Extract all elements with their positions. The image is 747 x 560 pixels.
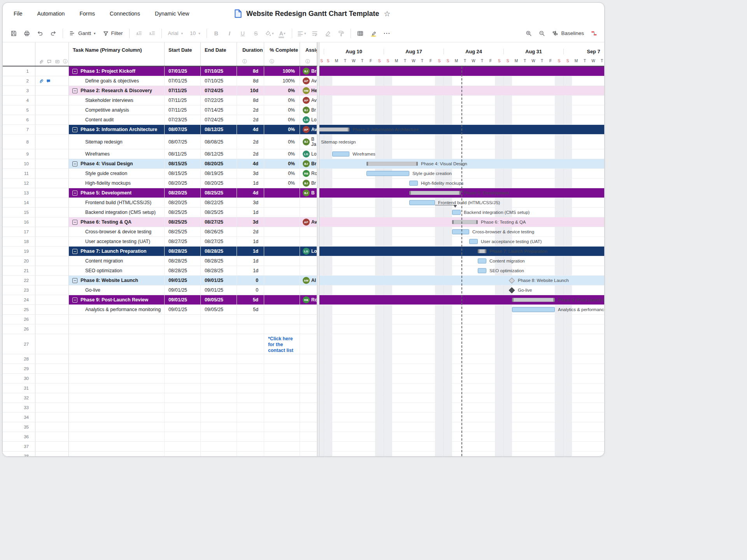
summary-bar[interactable] <box>452 220 478 224</box>
end-date-cell[interactable]: 08/08/25 <box>201 135 237 149</box>
start-date-cell[interactable]: 08/27/25 <box>165 237 201 247</box>
task-name-cell[interactable]: Content audit <box>69 115 165 125</box>
duration-cell[interactable]: 8d <box>237 96 264 105</box>
end-date-cell[interactable]: 08/28/25 <box>201 256 237 266</box>
assignee-cell[interactable] <box>300 452 317 456</box>
duration-cell[interactable]: 1d <box>237 237 264 247</box>
row-number[interactable]: 17 <box>3 227 35 237</box>
assignee-cell[interactable] <box>300 374 317 383</box>
clear-format-button[interactable] <box>322 27 334 40</box>
format-painter-button[interactable] <box>335 27 347 40</box>
start-date-cell[interactable] <box>165 364 201 374</box>
task-name-cell[interactable]: Define goals & objectives <box>69 76 165 86</box>
pct-cell[interactable] <box>264 266 300 276</box>
pct-cell[interactable]: 0% <box>264 159 300 169</box>
summary-bar[interactable] <box>512 298 555 302</box>
task-name-cell[interactable] <box>69 315 165 324</box>
summary-bar[interactable] <box>478 249 486 254</box>
pct-cell[interactable] <box>264 237 300 247</box>
duration-cell[interactable]: 5d <box>237 295 264 305</box>
assignee-cell[interactable] <box>300 227 317 237</box>
row-number[interactable]: 5 <box>3 105 35 115</box>
collapse-toggle[interactable]: – <box>72 127 77 132</box>
task-name-cell[interactable] <box>69 442 165 452</box>
assignee-cell[interactable] <box>300 334 317 354</box>
end-date-cell[interactable]: 08/25/25 <box>201 188 237 198</box>
row-number[interactable]: 25 <box>3 305 35 315</box>
assignee-cell[interactable]: HMHe <box>300 86 317 96</box>
end-date-cell[interactable] <box>201 442 237 452</box>
start-date-cell[interactable]: 09/01/25 <box>165 295 201 305</box>
pct-cell[interactable] <box>264 452 300 456</box>
task-name-cell[interactable]: –Phase 4: Visual Design <box>69 159 165 169</box>
comment-icon[interactable] <box>46 79 51 84</box>
row-number[interactable]: 10 <box>3 159 35 169</box>
row-number[interactable]: 3 <box>3 86 35 96</box>
task-name-cell[interactable]: –Phase 8: Website Launch <box>69 276 165 285</box>
task-name-cell[interactable]: Content migration <box>69 256 165 266</box>
duration-cell[interactable]: 2d <box>237 227 264 237</box>
end-date-cell[interactable]: 07/24/25 <box>201 115 237 125</box>
end-date-cell[interactable]: 09/05/25 <box>201 295 237 305</box>
save-button[interactable] <box>7 27 20 40</box>
pct-cell[interactable] <box>264 403 300 413</box>
column-header-task[interactable]: Task Name (Primary Column) <box>69 42 165 57</box>
duration-cell[interactable]: 3d <box>237 198 264 208</box>
end-date-cell[interactable]: 09/05/25 <box>201 305 237 315</box>
end-date-cell[interactable] <box>201 422 237 432</box>
duration-cell[interactable]: 4d <box>237 125 264 135</box>
start-date-cell[interactable] <box>165 315 201 324</box>
task-name-cell[interactable] <box>69 413 165 422</box>
duration-cell[interactable]: 4d <box>237 159 264 169</box>
pct-cell[interactable]: 0% <box>264 125 300 135</box>
collapse-toggle[interactable]: – <box>72 220 77 225</box>
task-name-cell[interactable]: High-fidelity mockups <box>69 178 165 188</box>
assignee-cell[interactable]: RBRo <box>300 169 317 178</box>
assignee-cell[interactable] <box>300 413 317 422</box>
duration-cell[interactable]: 2d <box>237 149 264 159</box>
end-date-cell[interactable] <box>201 383 237 393</box>
task-bar[interactable] <box>478 268 486 273</box>
pct-cell[interactable] <box>264 422 300 432</box>
filter-button[interactable]: Filter <box>100 27 126 40</box>
assignee-cell[interactable] <box>300 393 317 403</box>
italic-button[interactable]: I <box>223 27 236 40</box>
pct-cell[interactable]: 0% <box>264 96 300 105</box>
pct-cell[interactable] <box>264 442 300 452</box>
zoom-out-button[interactable] <box>536 27 548 40</box>
end-date-cell[interactable]: 07/24/25 <box>201 86 237 96</box>
task-name-cell[interactable] <box>69 393 165 403</box>
end-date-cell[interactable]: 08/28/25 <box>201 266 237 276</box>
duration-cell[interactable]: 8d <box>237 66 264 76</box>
task-bar[interactable] <box>469 239 478 244</box>
task-name-cell[interactable]: Competitive analysis <box>69 105 165 115</box>
assignee-cell[interactable]: BJBJa <box>300 135 317 149</box>
row-number[interactable]: 15 <box>3 208 35 217</box>
task-name-cell[interactable] <box>69 374 165 383</box>
pct-cell[interactable] <box>264 247 300 256</box>
collapse-toggle[interactable]: – <box>72 69 77 74</box>
assignee-cell[interactable]: BJBr <box>300 105 317 115</box>
pct-cell[interactable] <box>264 324 300 334</box>
duration-cell[interactable]: 1d <box>237 208 264 217</box>
highlight-button[interactable] <box>367 27 380 40</box>
start-date-cell[interactable]: 08/11/25 <box>165 149 201 159</box>
task-name-cell[interactable] <box>69 383 165 393</box>
menu-automation[interactable]: Automation <box>37 10 65 17</box>
start-date-cell[interactable]: 08/25/25 <box>165 227 201 237</box>
summary-bar[interactable] <box>366 162 418 166</box>
start-date-cell[interactable]: 08/20/25 <box>165 178 201 188</box>
duration-cell[interactable]: 3d <box>237 169 264 178</box>
duration-cell[interactable]: 1d <box>237 178 264 188</box>
row-number[interactable]: 8 <box>3 135 35 149</box>
start-date-cell[interactable] <box>165 393 201 403</box>
task-name-cell[interactable] <box>69 452 165 456</box>
start-date-cell[interactable]: 08/28/25 <box>165 256 201 266</box>
column-header-duration[interactable]: Duration <box>237 42 264 57</box>
pct-cell[interactable]: 0% <box>264 115 300 125</box>
start-date-cell[interactable]: 09/01/25 <box>165 285 201 295</box>
contact-list-link[interactable]: *Click here for the contact list <box>264 334 300 354</box>
assignee-cell[interactable]: APAv <box>300 217 317 227</box>
duration-cell[interactable]: 0 <box>237 285 264 295</box>
pct-cell[interactable] <box>264 285 300 295</box>
